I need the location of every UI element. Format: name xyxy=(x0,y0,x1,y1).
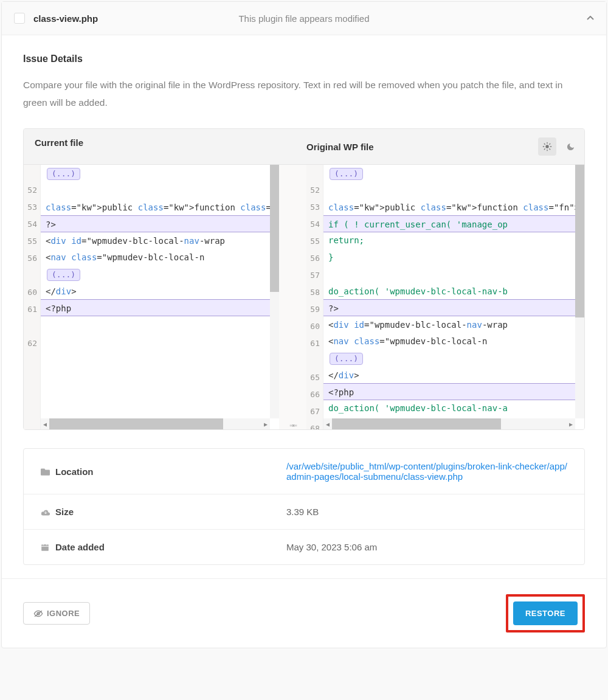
location-label: Location xyxy=(55,466,286,477)
info-row-date: Date added May 30, 2023 5:06 am xyxy=(24,530,584,564)
merge-icon: ⇒⇐ xyxy=(279,421,306,429)
diff-left-pane[interactable]: 5253545556606162 (...) class="kw">public… xyxy=(24,165,279,429)
restore-button[interactable]: RESTORE xyxy=(513,601,578,625)
info-row-location: Location /var/web/site/public_html/wp-co… xyxy=(24,449,584,494)
diff-right-pane[interactable]: 5253545556575859606165666768 (...) class… xyxy=(306,165,584,429)
file-name: class-view.php xyxy=(33,13,98,24)
ignore-label: IGNORE xyxy=(47,609,80,618)
restore-highlight: RESTORE xyxy=(506,594,585,632)
issue-details-description: Compare your file with the original file… xyxy=(23,77,585,111)
size-value: 3.39 KB xyxy=(286,507,567,517)
horizontal-scrollbar[interactable]: ◀▶ xyxy=(41,418,270,429)
select-checkbox[interactable] xyxy=(14,13,25,24)
dark-theme-button[interactable] xyxy=(561,137,579,156)
diff-connector: ⇒⇐ xyxy=(279,165,306,429)
vertical-scrollbar[interactable] xyxy=(270,165,279,418)
ignore-button[interactable]: IGNORE xyxy=(23,602,90,625)
file-info-table: Location /var/web/site/public_html/wp-co… xyxy=(23,448,585,565)
calendar-icon xyxy=(41,543,55,552)
horizontal-scrollbar[interactable]: ◀▶ xyxy=(323,418,575,429)
panel-header[interactable]: class-view.php This plugin file appears … xyxy=(2,2,606,35)
vertical-scrollbar[interactable] xyxy=(575,165,584,418)
cloud-download-icon xyxy=(41,508,55,516)
light-theme-button[interactable] xyxy=(538,137,556,156)
date-added-value: May 30, 2023 5:06 am xyxy=(286,542,567,552)
chevron-up-icon[interactable] xyxy=(587,16,594,21)
diff-viewer: Current file Original WP file 5253545556… xyxy=(23,128,585,430)
folder-icon xyxy=(41,468,55,476)
issue-details-heading: Issue Details xyxy=(23,54,585,64)
info-row-size: Size 3.39 KB xyxy=(24,494,584,530)
size-label: Size xyxy=(55,507,286,517)
date-added-label: Date added xyxy=(55,542,286,552)
svg-rect-1 xyxy=(41,544,49,551)
location-link[interactable]: /var/web/site/public_html/wp-content/plu… xyxy=(286,461,567,482)
diff-original-file-label: Original WP file xyxy=(306,142,538,152)
diff-current-file-label: Current file xyxy=(24,129,306,164)
issue-panel: class-view.php This plugin file appears … xyxy=(1,1,607,648)
svg-point-0 xyxy=(545,145,548,148)
restore-label: RESTORE xyxy=(525,609,565,618)
